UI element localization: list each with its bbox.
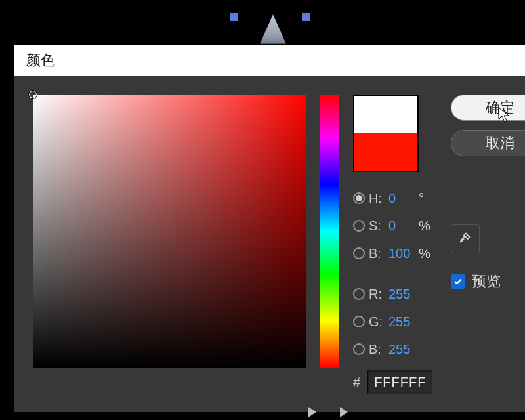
preview-row[interactable]: 预览	[451, 272, 525, 291]
preview-checkbox[interactable]	[451, 274, 465, 289]
canvas-selection-handles	[0, 8, 525, 41]
selection-handle	[230, 13, 238, 21]
eyedropper-icon	[458, 230, 472, 247]
brightness-label: B:	[369, 246, 385, 261]
hue-slider[interactable]	[320, 94, 339, 368]
blue-value[interactable]: 255	[388, 342, 415, 357]
brightness-radio[interactable]	[353, 247, 365, 259]
selection-handle	[302, 13, 310, 21]
red-value[interactable]: 255	[388, 287, 415, 302]
dialog-titlebar[interactable]: 颜色	[14, 45, 525, 76]
brightness-unit: %	[419, 246, 430, 261]
hex-row: #	[353, 370, 432, 394]
brightness-row[interactable]: B: 100 %	[353, 242, 432, 265]
saturation-value[interactable]: 0	[388, 219, 415, 234]
cancel-button[interactable]: 取消	[451, 130, 525, 156]
sv-black-gradient	[33, 94, 306, 368]
green-label: G:	[369, 314, 385, 329]
hue-indicator[interactable]	[340, 407, 348, 417]
blue-radio[interactable]	[353, 343, 365, 355]
red-radio[interactable]	[353, 288, 365, 300]
saturation-brightness-field[interactable]	[33, 94, 306, 368]
dialog-title: 颜色	[26, 51, 55, 70]
hue-radio[interactable]	[353, 192, 365, 204]
hex-input[interactable]	[367, 370, 432, 394]
green-row[interactable]: G: 255	[353, 310, 432, 333]
color-swatches	[353, 94, 419, 172]
blue-row[interactable]: B: 255	[353, 337, 432, 361]
cancel-button-label: 取消	[486, 133, 514, 153]
red-label: R:	[369, 287, 385, 302]
sv-arrow-indicator	[308, 407, 316, 417]
eyedropper-button[interactable]	[451, 224, 480, 253]
green-radio[interactable]	[353, 316, 365, 327]
preview-label: 预览	[472, 272, 501, 291]
sv-cursor[interactable]	[28, 90, 37, 99]
saturation-unit: %	[419, 219, 430, 234]
old-color-swatch[interactable]	[354, 133, 417, 171]
hue-label: H:	[369, 191, 385, 206]
color-picker-dialog: 颜色 H:	[14, 45, 525, 412]
brightness-value[interactable]: 100	[388, 246, 415, 261]
ok-button-label: 确定	[486, 98, 514, 117]
saturation-radio[interactable]	[353, 220, 365, 232]
new-color-swatch[interactable]	[354, 96, 417, 133]
hex-hash: #	[353, 375, 360, 390]
saturation-label: S:	[369, 219, 385, 234]
saturation-row[interactable]: S: 0 %	[353, 214, 432, 238]
hue-row[interactable]: H: 0 °	[353, 186, 432, 210]
hue-unit: °	[419, 191, 424, 206]
red-row[interactable]: R: 255	[353, 282, 432, 306]
blue-label: B:	[369, 342, 385, 357]
ok-button[interactable]: 确定	[451, 94, 525, 121]
canvas-arrow-shape	[260, 14, 286, 44]
hue-value[interactable]: 0	[388, 191, 415, 206]
green-value[interactable]: 255	[388, 314, 415, 329]
